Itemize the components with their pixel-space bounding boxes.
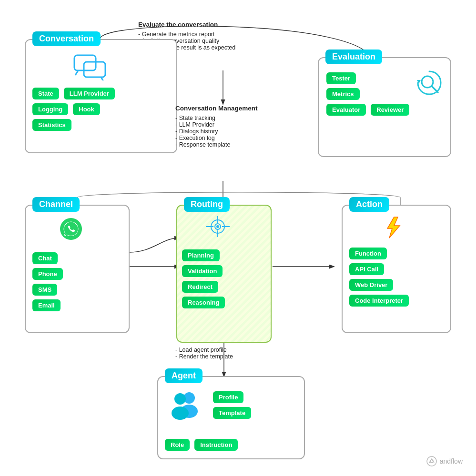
reasoning-btn[interactable]: Reasoning [182, 297, 225, 308]
whatsapp-icon [59, 217, 83, 243]
planning-btn[interactable]: Planning [182, 249, 220, 261]
conv-mgmt-title: Conversation Management [175, 105, 258, 112]
watermark-text: andflow [440, 457, 463, 465]
routing-target-icon [206, 216, 230, 239]
hook-btn[interactable]: Hook [73, 103, 100, 115]
api-call-btn[interactable]: API Call [349, 263, 384, 275]
state-btn[interactable]: State [32, 88, 59, 99]
phone-btn[interactable]: Phone [32, 268, 63, 280]
agent-box: Agent Profile Template Role Instruction [157, 376, 305, 459]
svg-point-24 [174, 393, 186, 405]
web-driver-btn[interactable]: Web Driver [349, 279, 393, 291]
andflow-icon [426, 456, 437, 466]
conv-mgmt-item-5: - Response template [175, 141, 258, 148]
redirect-btn[interactable]: Redirect [182, 281, 218, 293]
conversation-buttons: State LLM Provider Logging Hook Statisti… [32, 88, 115, 131]
watermark: andflow [426, 456, 463, 466]
action-box: Action Function API Call Web Driver Code… [342, 205, 451, 333]
svg-point-20 [216, 225, 219, 228]
email-btn[interactable]: Email [32, 299, 61, 311]
profile-btn[interactable]: Profile [213, 391, 243, 403]
logging-btn[interactable]: Logging [32, 103, 68, 115]
evaluate-title: Evaluate the conversation [138, 21, 235, 28]
template-btn[interactable]: Template [213, 407, 251, 419]
action-buttons: Function API Call Web Driver Code Interp… [349, 248, 409, 307]
conv-mgmt-block: Conversation Management - State tracking… [175, 105, 258, 148]
agent-bottom-buttons: Role Instruction [165, 439, 238, 451]
routing-title: Routing [184, 197, 230, 212]
channel-buttons: Chat Phone SMS Email [32, 248, 63, 311]
agent-load-block: - Load agent profile - Render the templa… [175, 347, 233, 360]
svg-point-27 [430, 460, 433, 463]
agent-load-item-1: - Load agent profile [175, 347, 233, 353]
reviewer-btn[interactable]: Reviewer [371, 104, 409, 116]
main-diagram: Evaluate the conversation - Generate the… [0, 0, 476, 476]
lightning-icon [381, 215, 405, 242]
action-title: Action [349, 197, 389, 212]
agent-person-icon [168, 390, 202, 422]
svg-line-12 [432, 86, 438, 92]
svg-marker-21 [387, 217, 400, 238]
routing-box: Routing Planning [176, 205, 272, 343]
code-interpreter-btn[interactable]: Code Interpreter [349, 295, 409, 307]
evaluate-item-1: - Generate the metrics report [138, 31, 235, 38]
instruction-btn[interactable]: Instruction [194, 439, 238, 451]
svg-point-26 [427, 456, 436, 466]
evaluation-title: Evaluation [325, 50, 382, 64]
evaluation-box: Evaluation Tester Metrics Evaluator Revi [318, 57, 451, 157]
channel-box: Channel Chat Phone SMS Email [25, 205, 130, 333]
llm-provider-btn[interactable]: LLM Provider [64, 88, 115, 99]
agent-load-item-2: - Render the template [175, 353, 233, 360]
routing-buttons: Planning Validation Redirect Reasoning [182, 246, 225, 308]
conv-mgmt-item-1: - State tracking [175, 115, 258, 121]
chat-icon [73, 54, 107, 82]
channel-title: Channel [32, 197, 80, 212]
function-btn[interactable]: Function [349, 248, 387, 259]
role-btn[interactable]: Role [165, 439, 190, 451]
conv-mgmt-item-3: - Dialogs history [175, 128, 258, 135]
metrics-btn[interactable]: Metrics [326, 88, 360, 100]
evaluation-buttons: Tester Metrics Evaluator Reviewer [326, 72, 409, 116]
agent-right-buttons: Profile Template [213, 391, 251, 419]
conv-mgmt-item-2: - LLM Provider [175, 121, 258, 128]
review-icon [414, 68, 443, 98]
sms-btn[interactable]: SMS [32, 284, 57, 296]
conversation-box: Conversation State LLM Provider Logging … [25, 39, 177, 153]
svg-point-25 [172, 407, 189, 420]
agent-title: Agent [165, 368, 203, 383]
chat-btn[interactable]: Chat [32, 252, 58, 264]
tester-btn[interactable]: Tester [326, 72, 356, 84]
statistics-btn[interactable]: Statistics [32, 119, 71, 131]
validation-btn[interactable]: Validation [182, 265, 223, 277]
conv-mgmt-item-4: - Execution log [175, 135, 258, 141]
svg-line-7 [75, 70, 78, 75]
conversation-title: Conversation [32, 31, 101, 46]
evaluator-btn[interactable]: Evaluator [326, 104, 366, 116]
